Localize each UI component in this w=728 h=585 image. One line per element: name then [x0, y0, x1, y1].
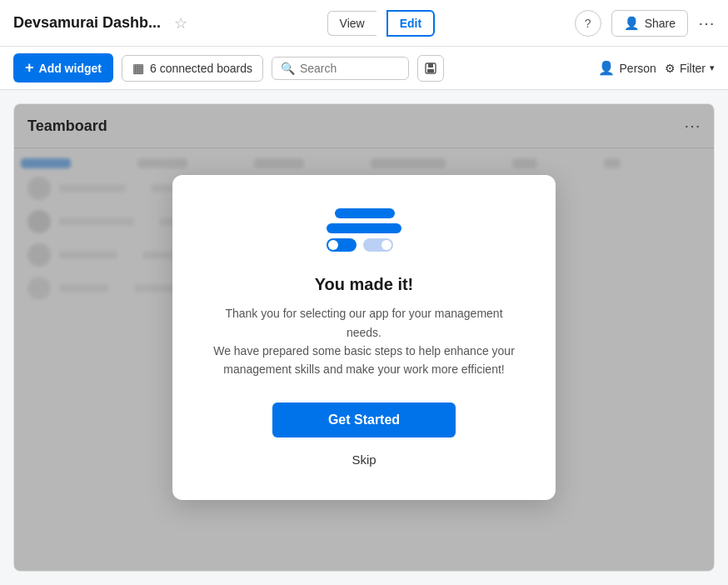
share-button[interactable]: 👤 Share: [611, 10, 688, 37]
person-icon: 👤: [598, 60, 615, 76]
app-title: Devsamurai Dashb...: [13, 14, 161, 32]
top-bar: Devsamurai Dashb... ☆ View Edit ? 👤 Shar…: [0, 0, 728, 47]
filter-icon: ⚙: [665, 62, 676, 75]
toolbar: + Add widget ▦ 6 connected boards 🔍 👤 Pe…: [0, 47, 728, 90]
save-icon[interactable]: [417, 55, 444, 82]
boards-icon: ▦: [132, 61, 144, 76]
illus-toggle-on: [327, 238, 357, 252]
filter-label: Filter: [680, 62, 706, 75]
share-person-icon: 👤: [624, 16, 640, 31]
share-label: Share: [645, 17, 676, 30]
star-icon[interactable]: ☆: [174, 14, 187, 32]
search-input[interactable]: [300, 62, 400, 75]
illus-toggle-off: [363, 238, 393, 252]
plus-icon: +: [25, 59, 34, 77]
modal-illustration: [327, 208, 401, 252]
person-filter-button[interactable]: 👤 Person: [598, 60, 656, 76]
modal-body-line1: Thank you for selecting our app for your…: [225, 307, 502, 338]
modal-dialog: You made it! Thank you for selecting our…: [172, 175, 556, 500]
more-options-icon[interactable]: ⋯: [698, 13, 715, 33]
add-widget-button[interactable]: + Add widget: [13, 53, 113, 82]
search-icon: 🔍: [281, 62, 295, 75]
help-icon[interactable]: ?: [575, 10, 601, 37]
connected-boards-label: 6 connected boards: [150, 62, 252, 75]
main-content: Teamboard ⋯: [0, 103, 728, 585]
get-started-button[interactable]: Get Started: [272, 402, 456, 438]
filter-button[interactable]: ⚙ Filter ▾: [665, 62, 715, 75]
person-label: Person: [620, 62, 656, 75]
svg-rect-1: [428, 63, 433, 68]
modal-overlay: You made it! Thank you for selecting our…: [14, 104, 714, 571]
illus-toggles: [327, 238, 393, 252]
add-widget-label: Add widget: [39, 62, 102, 75]
teamboard-panel: Teamboard ⋯: [13, 103, 715, 572]
modal-body-line2: We have prepared some basic steps to hel…: [213, 344, 515, 376]
view-button[interactable]: View: [327, 11, 376, 36]
connected-boards-button[interactable]: ▦ 6 connected boards: [122, 55, 263, 82]
skip-button[interactable]: Skip: [342, 449, 386, 470]
modal-heading: You made it!: [315, 275, 414, 294]
modal-body: Thank you for selecting our app for your…: [212, 304, 516, 379]
edit-button[interactable]: Edit: [386, 10, 435, 37]
illus-bar-1: [335, 208, 395, 218]
illus-bar-2: [327, 223, 401, 233]
chevron-down-icon: ▾: [710, 62, 715, 73]
svg-rect-2: [427, 69, 434, 72]
search-box: 🔍: [272, 57, 409, 80]
